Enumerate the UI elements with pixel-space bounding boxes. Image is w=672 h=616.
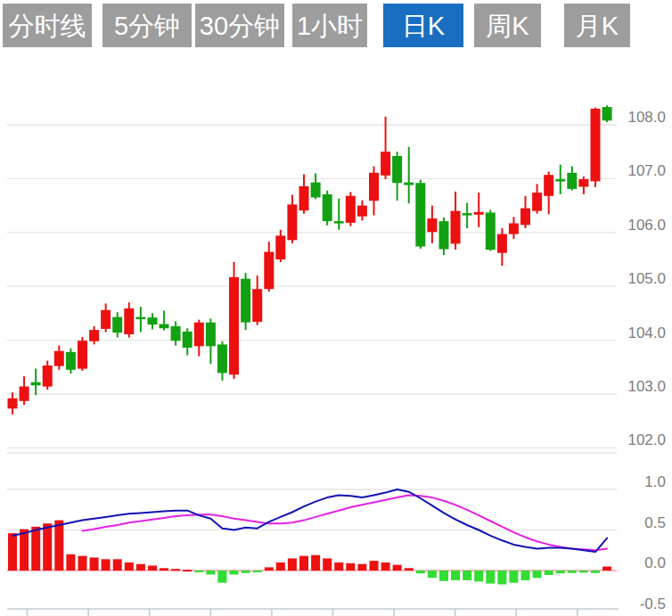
price-axis-label: 107.0 xyxy=(627,162,666,179)
dea-line xyxy=(83,495,608,550)
tab-1hour[interactable]: 1小时 xyxy=(292,4,367,47)
price-axis-label: 104.0 xyxy=(627,324,666,341)
period-tabbar: 分时线 5分钟 30分钟 1小时 日K 周K 月K xyxy=(0,0,672,52)
kline-macd-chart[interactable]: 108.0107.0106.0105.0104.0103.0102.01.00.… xyxy=(0,0,672,616)
tab-30min[interactable]: 30分钟 xyxy=(195,4,284,47)
candles-layer xyxy=(8,105,612,415)
price-axis-label: 108.0 xyxy=(627,109,666,126)
price-axis-label: 102.0 xyxy=(627,431,666,448)
tab-timeline[interactable]: 分时线 xyxy=(3,4,92,47)
macd-axis-label: -0.5 xyxy=(640,595,666,612)
tab-weekly-k[interactable]: 周K xyxy=(474,4,541,47)
axis-labels: 108.0107.0106.0105.0104.0103.0102.01.00.… xyxy=(627,109,666,612)
dif-line xyxy=(12,489,607,552)
tab-daily-k[interactable]: 日K xyxy=(383,4,463,47)
macd-axis-label: 1.0 xyxy=(644,473,666,490)
tab-5min[interactable]: 5分钟 xyxy=(102,4,192,47)
macd-axis-label: 0.0 xyxy=(644,554,666,571)
macd-axis-label: 0.5 xyxy=(644,514,666,531)
price-axis-label: 105.0 xyxy=(627,270,666,287)
tab-monthly-k[interactable]: 月K xyxy=(564,4,630,47)
price-axis-label: 103.0 xyxy=(627,378,666,395)
macd-lines-layer xyxy=(12,489,607,552)
x-axis xyxy=(7,609,619,616)
price-axis-label: 106.0 xyxy=(627,217,666,234)
